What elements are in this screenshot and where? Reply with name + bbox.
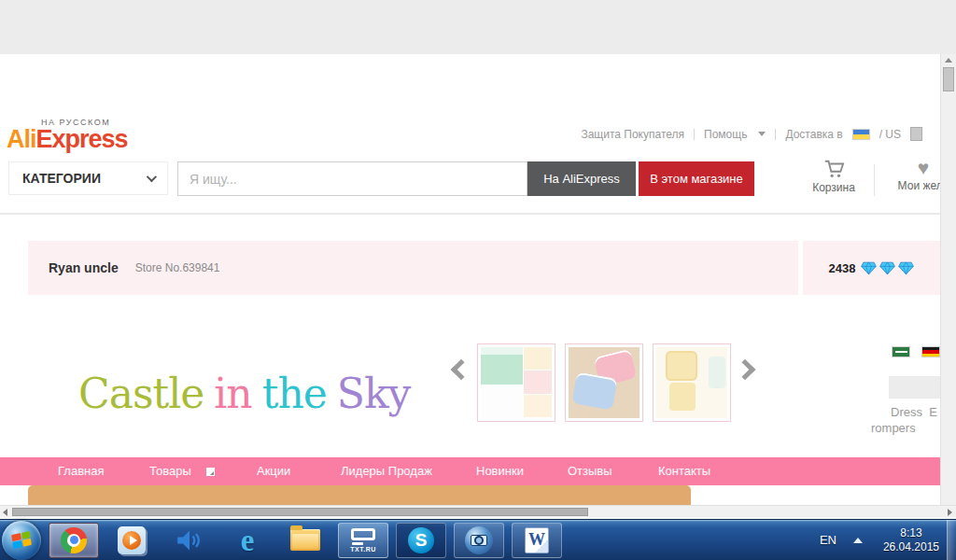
- cart-button[interactable]: Корзина: [805, 159, 863, 194]
- nav-item-home[interactable]: Главная: [58, 457, 104, 485]
- store-info-left: Ryan uncle Store No.639841: [28, 241, 798, 295]
- store-nav: Главная Товары Акции Лидеры Продаж Новин…: [0, 457, 940, 485]
- chevron-down-icon: [147, 172, 157, 182]
- nav-item-contacts[interactable]: Контакты: [658, 457, 710, 485]
- volume-icon: [176, 529, 203, 552]
- aliexpress-logo[interactable]: AliExpress: [7, 125, 128, 154]
- heart-icon: ♥: [918, 159, 929, 177]
- start-button[interactable]: [2, 521, 41, 560]
- taskbar-media-player-button[interactable]: [106, 523, 157, 558]
- carousel-prev-button[interactable]: [451, 359, 472, 381]
- store-rating[interactable]: 2438: [803, 241, 940, 295]
- taskbar-txtru-button[interactable]: TXT.RU: [338, 523, 388, 558]
- desktop-screen: НА РУССКОМ AliExpress Защита Покупателя …: [0, 0, 956, 560]
- store-number: Store No.639841: [135, 261, 220, 274]
- taskbar-internet-explorer-button[interactable]: e: [222, 523, 273, 558]
- germany-flag-icon[interactable]: [921, 346, 940, 357]
- diamond-icon: [879, 261, 895, 275]
- divider: [775, 129, 776, 140]
- language-indicator[interactable]: EN: [820, 533, 836, 547]
- scroll-up-arrow[interactable]: [945, 58, 952, 63]
- media-player-icon: [118, 526, 146, 554]
- search-input[interactable]: [177, 161, 527, 196]
- product-thumbnail[interactable]: [653, 343, 731, 422]
- saudi-arabia-flag-icon[interactable]: [892, 346, 910, 357]
- top-gray-strip: [0, 0, 956, 54]
- main-product-photo: [28, 485, 691, 505]
- windows-logo-icon: [11, 530, 32, 548]
- cart-label: Корзина: [812, 181, 855, 194]
- horizontal-scrollbar[interactable]: [0, 505, 956, 517]
- product-photo: [656, 347, 727, 418]
- nav-item-sales[interactable]: Акции: [257, 457, 290, 485]
- diamond-icon: [898, 261, 914, 275]
- internet-explorer-icon: e: [241, 526, 255, 554]
- taskbar-chrome-button[interactable]: [49, 523, 99, 558]
- header-divider: [0, 213, 940, 215]
- tag-links[interactable]: Dress E rompers: [871, 404, 940, 436]
- vertical-scrollbar[interactable]: [940, 54, 956, 505]
- store-logo: CastleintheSky: [78, 370, 420, 417]
- help-link[interactable]: Помощь: [704, 128, 747, 141]
- taskbar-volume-button[interactable]: [164, 523, 215, 558]
- wishlist-label: Мои жела: [898, 179, 940, 192]
- buyer-protection-link[interactable]: Защита Покупателя: [581, 128, 684, 141]
- wishlist-button[interactable]: ♥ Мои жела: [894, 159, 940, 192]
- chrome-icon: [61, 527, 87, 553]
- ship-to-link[interactable]: Доставка в: [785, 128, 842, 141]
- tray-expand-icon[interactable]: [853, 538, 863, 543]
- scroll-right-arrow[interactable]: [948, 509, 952, 516]
- categories-label: КАТЕГОРИИ: [22, 171, 101, 186]
- rating-value: 2438: [829, 261, 856, 275]
- taskbar-camera-button[interactable]: [454, 523, 504, 558]
- product-thumbnail[interactable]: [565, 343, 643, 422]
- tray-clock[interactable]: 8:13 26.04.2015: [883, 526, 939, 554]
- taskbar-skype-button[interactable]: S: [396, 523, 446, 558]
- cart-icon: [822, 159, 846, 179]
- search-on-aliexpress-button[interactable]: На AliExpress: [527, 161, 636, 196]
- ukraine-flag-icon[interactable]: [852, 129, 870, 140]
- banner-search-box[interactable]: [889, 376, 940, 399]
- show-desktop-button[interactable]: [947, 520, 956, 560]
- product-photo: [481, 347, 552, 418]
- nav-item-new[interactable]: Новинки: [476, 457, 524, 485]
- skype-icon: S: [408, 527, 434, 553]
- logo-part-express: Express: [36, 125, 128, 153]
- store-logo-word: Sky: [337, 370, 411, 417]
- categories-dropdown[interactable]: КАТЕГОРИИ: [8, 161, 168, 195]
- divider: [874, 164, 875, 196]
- word-icon: W: [525, 527, 549, 553]
- store-info-banner: Ryan uncle Store No.639841 2438: [28, 241, 940, 295]
- system-tray: EN 8:13 26.04.2015: [820, 520, 956, 560]
- top-links: Защита Покупателя Помощь Доставка в / US: [581, 127, 922, 141]
- product-thumbnail[interactable]: [477, 343, 555, 422]
- currency-box[interactable]: [910, 127, 922, 141]
- store-logo-word: Castle: [78, 370, 204, 417]
- dropdown-indicator-icon[interactable]: [206, 468, 215, 476]
- taskbar-explorer-button[interactable]: [280, 523, 330, 558]
- nav-item-products[interactable]: Товары: [149, 457, 191, 485]
- store-logo-word: in: [214, 370, 251, 417]
- tag-link[interactable]: Dress E: [871, 404, 940, 420]
- vertical-scrollbar-thumb[interactable]: [943, 67, 954, 91]
- ship-to-suffix: / US: [879, 128, 901, 141]
- horizontal-scrollbar-thumb[interactable]: [12, 508, 588, 516]
- divider: [694, 129, 695, 140]
- windows-taskbar: e TXT.RU S W EN 8:13 26.04.2015: [0, 519, 956, 560]
- taskbar-word-button[interactable]: W: [512, 523, 562, 558]
- tray-date: 26.04.2015: [883, 540, 939, 554]
- tray-time: 8:13: [883, 526, 939, 540]
- browser-page: НА РУССКОМ AliExpress Защита Покупателя …: [0, 54, 940, 505]
- tag-link[interactable]: rompers: [871, 420, 940, 436]
- nav-item-bestsellers[interactable]: Лидеры Продаж: [341, 457, 432, 485]
- nav-item-feedback[interactable]: Отзывы: [568, 457, 612, 485]
- logo-part-ali: Ali: [7, 125, 36, 153]
- product-photo: [569, 347, 640, 418]
- scroll-left-arrow[interactable]: [3, 509, 7, 516]
- txtru-label: TXT.RU: [350, 546, 376, 553]
- search-in-store-button[interactable]: В этом магазине: [639, 161, 754, 196]
- store-name: Ryan uncle: [49, 260, 119, 275]
- carousel-next-button[interactable]: [735, 359, 756, 381]
- camera-icon: [465, 526, 493, 554]
- store-logo-word: the: [262, 370, 327, 417]
